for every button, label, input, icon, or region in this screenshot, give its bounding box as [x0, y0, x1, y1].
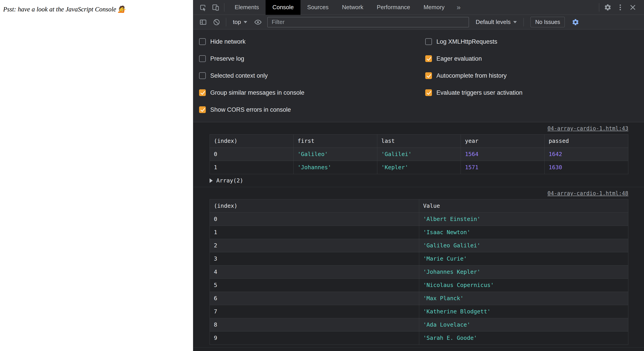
clear-console-icon[interactable]: [210, 16, 223, 28]
setting-label: Preserve log: [210, 55, 244, 62]
console-sidebar-toggle-icon[interactable]: [197, 16, 209, 28]
table-cell: 5: [210, 279, 419, 292]
setting-group-similar-messages-in-console[interactable]: Group similar messages in console: [199, 84, 425, 101]
console-output: 04-array-cardio-1.html:43(index)firstlas…: [193, 122, 644, 351]
table-cell: 'Ada Lovelace': [419, 318, 628, 332]
table-header-row: (index)Value: [210, 200, 628, 213]
table-cell: 'Max Planck': [419, 292, 628, 305]
settings-gear-icon[interactable]: [602, 1, 614, 14]
tab-elements[interactable]: Elements: [228, 0, 266, 15]
log-levels-label: Default levels: [476, 18, 510, 26]
table-row: 8'Ada Lovelace': [210, 318, 628, 332]
tab-console[interactable]: Console: [266, 0, 300, 15]
table-header-cell: first: [293, 134, 377, 148]
table-header-cell: (index): [210, 134, 294, 148]
setting-show-cors-errors-in-console[interactable]: Show CORS errors in console: [199, 101, 425, 118]
table-header-cell: passed: [544, 134, 628, 148]
table-row: 1'Johannes''Kepler'15711630: [210, 161, 628, 174]
setting-label: Hide network: [210, 38, 246, 45]
close-devtools-icon[interactable]: [626, 1, 639, 14]
table-cell: 1: [210, 161, 294, 174]
page-hint-text: Psst: have a look at the JavaScript Cons…: [0, 0, 193, 13]
collapsed-array-label: Array(2): [216, 177, 243, 184]
collapsed-array-toggle[interactable]: Array(2): [193, 174, 644, 184]
table-row: 0'Albert Einstein': [210, 213, 628, 226]
screenshot-stage: Psst: have a look at the JavaScript Cons…: [0, 0, 644, 351]
table-cell: 'Galilei': [377, 148, 461, 161]
setting-hide-network[interactable]: Hide network: [199, 33, 425, 50]
expand-triangle-icon[interactable]: [210, 178, 213, 183]
log-header: 04-array-cardio-1.html:43: [193, 123, 644, 132]
inspect-element-icon[interactable]: [197, 1, 209, 14]
table-cell: 0: [210, 213, 419, 226]
table-cell: 'Kepler': [377, 161, 461, 174]
checkbox-checked[interactable]: [199, 106, 206, 113]
table-header-cell: last: [377, 134, 461, 148]
table-row: 9'Sarah E. Goode': [210, 332, 628, 345]
table-header-cell: year: [461, 134, 544, 148]
context-selector-label: top: [233, 18, 241, 26]
table-cell: 1564: [461, 148, 544, 161]
tab-performance[interactable]: Performance: [370, 0, 417, 15]
table-cell: 1571: [461, 161, 544, 174]
kebab-menu-icon[interactable]: [614, 1, 626, 14]
table-row: 0'Galileo''Galilei'15641642: [210, 148, 628, 161]
table-row: 4'Johannes Kepler': [210, 266, 628, 279]
table-cell: 3: [210, 252, 419, 266]
table-row: 3'Marie Curie': [210, 252, 628, 266]
more-tabs-chevron-icon[interactable]: »: [451, 3, 466, 12]
table-cell: 8: [210, 318, 419, 332]
setting-evaluate-triggers-user-activation[interactable]: Evaluate triggers user activation: [425, 84, 522, 101]
chevron-down-icon: [244, 21, 247, 23]
table-cell: 0: [210, 148, 294, 161]
issues-counter[interactable]: No Issues: [530, 17, 565, 27]
checkbox-checked[interactable]: [425, 89, 432, 96]
table-row: 5'Nicolaus Copernicus': [210, 279, 628, 292]
setting-label: Selected context only: [210, 72, 268, 79]
setting-eager-evaluation[interactable]: Eager evaluation: [425, 50, 522, 67]
tab-sources[interactable]: Sources: [300, 0, 335, 15]
checkbox-unchecked[interactable]: [199, 55, 206, 62]
table-cell: 4: [210, 266, 419, 279]
setting-autocomplete-from-history[interactable]: Autocomplete from history: [425, 67, 522, 84]
setting-label: Eager evaluation: [436, 55, 482, 62]
live-expression-eye-icon[interactable]: [252, 16, 264, 28]
table-row: 6'Max Planck': [210, 292, 628, 305]
settings-column-right: Log XMLHttpRequestsEager evaluationAutoc…: [425, 33, 522, 122]
checkbox-checked[interactable]: [425, 55, 432, 62]
table-cell: 'Nicolaus Copernicus': [419, 279, 628, 292]
setting-selected-context-only[interactable]: Selected context only: [199, 67, 425, 84]
console-toolbar: top Default levels No Issues: [193, 15, 644, 30]
filter-input[interactable]: [267, 17, 469, 27]
table-header-cell: Value: [419, 200, 628, 213]
chevron-down-icon: [513, 21, 517, 23]
log-levels-dropdown[interactable]: Default levels: [472, 18, 520, 26]
table-header-row: (index)firstlastyearpassed: [210, 134, 628, 148]
table-cell: 'Marie Curie': [419, 252, 628, 266]
checkbox-checked[interactable]: [425, 72, 432, 79]
console-log-entry: 04-array-cardio-1.html:43(index)firstlas…: [193, 122, 644, 187]
source-location-link[interactable]: 04-array-cardio-1.html:48: [548, 190, 628, 196]
source-location-link[interactable]: 04-array-cardio-1.html:43: [548, 125, 628, 132]
setting-preserve-log[interactable]: Preserve log: [199, 50, 425, 67]
checkbox-unchecked[interactable]: [199, 72, 206, 79]
table-cell: 1642: [544, 148, 628, 161]
setting-log-xmlhttprequests[interactable]: Log XMLHttpRequests: [425, 33, 522, 50]
table-cell: 6: [210, 292, 419, 305]
browser-page: Psst: have a look at the JavaScript Cons…: [0, 0, 193, 351]
checkbox-unchecked[interactable]: [199, 38, 206, 45]
device-toolbar-icon[interactable]: [209, 1, 222, 14]
checkbox-unchecked[interactable]: [425, 38, 432, 45]
setting-label: Group similar messages in console: [210, 89, 304, 96]
console-settings-gear-icon[interactable]: [569, 16, 582, 28]
console-log-entry: 04-array-cardio-1.html:48(index)Value0'A…: [193, 187, 644, 348]
setting-label: Evaluate triggers user activation: [436, 89, 522, 96]
toolbar-separator: [524, 18, 524, 26]
checkbox-checked[interactable]: [199, 89, 206, 96]
console-table: (index)Value0'Albert Einstein'1'Isaac Ne…: [210, 199, 628, 345]
table-cell: 2: [210, 239, 419, 252]
table-cell: 'Katherine Blodgett': [419, 305, 628, 318]
tab-network[interactable]: Network: [335, 0, 370, 15]
context-selector-dropdown[interactable]: top: [229, 18, 251, 26]
tab-memory[interactable]: Memory: [417, 0, 451, 15]
